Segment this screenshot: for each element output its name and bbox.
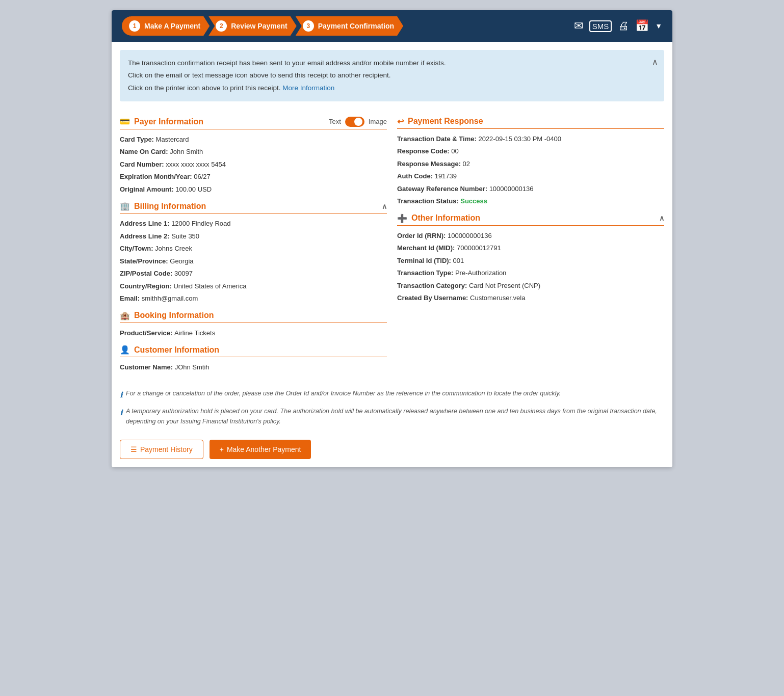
pr-label-4: Gateway Reference Number: bbox=[397, 185, 489, 193]
pr-label-3: Auth Code: bbox=[397, 172, 435, 180]
info-collapse-btn[interactable]: ∧ bbox=[652, 55, 658, 70]
billing-icon: 🏢 bbox=[120, 201, 130, 211]
billing-value-4: 30097 bbox=[174, 270, 193, 277]
header-icons: ✉ SMS 🖨 📅 ▼ bbox=[574, 19, 662, 33]
payer-label-2: Card Number: bbox=[120, 160, 166, 168]
payment-history-label: Payment History bbox=[140, 445, 193, 453]
customer-label-0: Customer Name: bbox=[120, 363, 175, 371]
billing-label-0: Address Line 1: bbox=[120, 220, 171, 227]
booking-section: 🏨 Booking Information Product/Service: A… bbox=[120, 311, 387, 338]
note-2-text: A temporary authorization hold is placed… bbox=[126, 406, 664, 426]
pr-value-1: 00 bbox=[451, 147, 458, 155]
other-info-collapse-btn[interactable]: ∧ bbox=[659, 214, 664, 222]
pr-value-4: 100000000136 bbox=[489, 185, 534, 193]
email-icon[interactable]: ✉ bbox=[574, 19, 583, 33]
payment-history-icon: ☰ bbox=[130, 445, 137, 453]
oi-field-0: Order Id (RRN): 100000000136 bbox=[397, 231, 664, 241]
booking-icon: 🏨 bbox=[120, 311, 130, 320]
billing-value-6: smithh@gmail.com bbox=[142, 295, 198, 302]
payer-section-header: 💳 Payer Information Text Image bbox=[120, 117, 387, 129]
oi-value-1: 700000012791 bbox=[457, 244, 501, 252]
oi-value-3: Pre-Authorization bbox=[455, 269, 506, 277]
payment-response-header: ↩ Payment Response bbox=[397, 117, 664, 129]
pr-field-3: Auth Code: 191739 bbox=[397, 171, 664, 181]
print-icon[interactable]: 🖨 bbox=[618, 19, 629, 33]
customer-field-0: Customer Name: JOhn Smtih bbox=[120, 362, 387, 372]
pr-field-2: Response Message: 02 bbox=[397, 159, 664, 169]
step-3-label: Payment Confirmation bbox=[318, 22, 394, 30]
content: 💳 Payer Information Text Image Card Type… bbox=[112, 110, 672, 383]
oi-value-0: 100000000136 bbox=[448, 232, 492, 239]
step-1-label: Make A Payment bbox=[144, 22, 200, 30]
info-line3-text: Click on the printer icon above to print… bbox=[128, 84, 280, 92]
customer-header-left: 👤 Customer Information bbox=[120, 345, 219, 355]
booking-field-0: Product/Service: Airline Tickets bbox=[120, 328, 387, 338]
note-1-text: For a change or cancelation of the order… bbox=[126, 388, 561, 401]
toggle-container: Text Image bbox=[329, 117, 387, 127]
billing-label-3: State/Province: bbox=[120, 257, 170, 265]
sms-icon[interactable]: SMS bbox=[589, 20, 612, 32]
payment-history-button[interactable]: ☰ Payment History bbox=[120, 440, 203, 459]
payer-label-0: Card Type: bbox=[120, 136, 156, 143]
pr-label-2: Response Message: bbox=[397, 160, 463, 168]
billing-field-6: Email: smithh@gmail.com bbox=[120, 293, 387, 304]
payer-title: Payer Information bbox=[134, 117, 203, 126]
oi-label-5: Created By Username: bbox=[397, 294, 470, 302]
billing-field-4: ZIP/Postal Code: 30097 bbox=[120, 269, 387, 279]
billing-title: Billing Information bbox=[134, 202, 206, 211]
billing-value-0: 12000 Findley Road bbox=[171, 220, 230, 227]
billing-field-3: State/Province: Georgia bbox=[120, 256, 387, 266]
info-box: ∧ The transaction confirmation receipt h… bbox=[120, 50, 664, 101]
billing-value-5: United States of America bbox=[173, 282, 246, 290]
step-1[interactable]: 1 Make A Payment bbox=[122, 16, 210, 36]
billing-label-4: ZIP/Postal Code: bbox=[120, 270, 174, 277]
dropdown-icon[interactable]: ▼ bbox=[655, 22, 662, 30]
payment-response-header-left: ↩ Payment Response bbox=[397, 117, 483, 126]
header: 1 Make A Payment 2 Review Payment 3 Paym… bbox=[112, 10, 672, 42]
payer-header-left: 💳 Payer Information bbox=[120, 117, 203, 126]
billing-label-6: Email: bbox=[120, 295, 142, 302]
pr-field-0: Transaction Date & Time: 2022-09-15 03:3… bbox=[397, 134, 664, 144]
billing-field-5: Country/Region: United States of America bbox=[120, 281, 387, 291]
booking-section-header: 🏨 Booking Information bbox=[120, 311, 387, 323]
billing-label-1: Address Line 2: bbox=[120, 232, 171, 240]
customer-value-0: JOhn Smtih bbox=[175, 363, 210, 371]
payer-value-3: 06/27 bbox=[194, 173, 211, 180]
billing-collapse-btn[interactable]: ∧ bbox=[382, 202, 387, 210]
more-information-link[interactable]: More Information bbox=[282, 84, 334, 92]
make-another-payment-button[interactable]: + Make Another Payment bbox=[210, 440, 311, 459]
main-container: 1 Make A Payment 2 Review Payment 3 Paym… bbox=[112, 10, 672, 467]
note-1-icon: ℹ bbox=[120, 389, 123, 401]
billing-section-header: 🏢 Billing Information ∧ bbox=[120, 201, 387, 213]
step-2-number: 2 bbox=[216, 20, 227, 32]
step-2[interactable]: 2 Review Payment bbox=[208, 16, 297, 36]
booking-header-left: 🏨 Booking Information bbox=[120, 311, 214, 320]
other-info-header-left: ➕ Other Information bbox=[397, 213, 480, 223]
text-image-toggle[interactable] bbox=[345, 117, 364, 127]
toggle-text-label: Text bbox=[329, 118, 341, 125]
payer-value-4: 100.00 USD bbox=[175, 185, 212, 193]
note-2: ℹ A temporary authorization hold is plac… bbox=[120, 406, 664, 426]
pr-value-0: 2022-09-15 03:30 PM -0400 bbox=[478, 135, 561, 143]
other-info-header: ➕ Other Information ∧ bbox=[397, 213, 664, 226]
note-1: ℹ For a change or cancelation of the ord… bbox=[120, 388, 664, 401]
step-1-number: 1 bbox=[129, 20, 140, 32]
oi-label-4: Transaction Category: bbox=[397, 282, 469, 289]
customer-title: Customer Information bbox=[134, 345, 219, 355]
billing-section: 🏢 Billing Information ∧ Address Line 1: … bbox=[120, 201, 387, 304]
payer-label-4: Original Amount: bbox=[120, 185, 175, 193]
payment-response-section: ↩ Payment Response Transaction Date & Ti… bbox=[397, 117, 664, 206]
customer-section: 👤 Customer Information Customer Name: JO… bbox=[120, 345, 387, 372]
calendar-icon[interactable]: 📅 bbox=[635, 19, 649, 33]
steps: 1 Make A Payment 2 Review Payment 3 Paym… bbox=[122, 16, 402, 36]
step-3[interactable]: 3 Payment Confirmation bbox=[296, 16, 403, 36]
billing-label-2: City/Town: bbox=[120, 245, 155, 252]
pr-label-0: Transaction Date & Time: bbox=[397, 135, 478, 143]
note-2-icon: ℹ bbox=[120, 407, 123, 426]
payer-value-2: xxxx xxxx xxxx 5454 bbox=[166, 160, 226, 168]
customer-section-header: 👤 Customer Information bbox=[120, 345, 387, 357]
payer-value-0: Mastercard bbox=[156, 136, 189, 143]
booking-label-0: Product/Service: bbox=[120, 329, 174, 337]
oi-field-2: Terminal Id (TID): 001 bbox=[397, 256, 664, 266]
oi-value-2: 001 bbox=[453, 257, 464, 264]
